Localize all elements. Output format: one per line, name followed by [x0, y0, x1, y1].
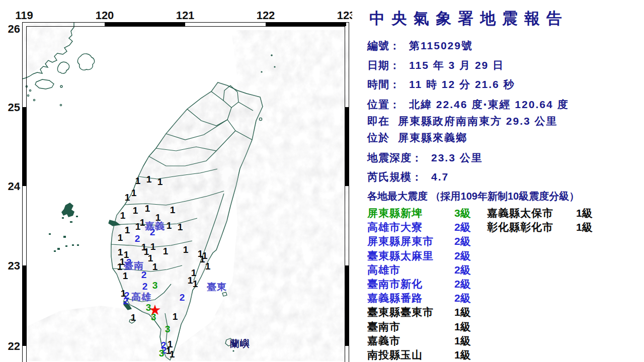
intensity-marker: 1 — [125, 225, 130, 235]
map-place-label: 嘉義 — [145, 221, 165, 231]
intensity-marker: 1 — [183, 244, 189, 255]
field-label: 地震深度： — [367, 152, 423, 163]
intensity-marker: 2 — [135, 233, 140, 244]
intensity-marker: 1 — [145, 203, 150, 214]
map-place-label: 臺南 — [124, 260, 144, 271]
epicenter-star: ★ — [148, 302, 161, 318]
lon-tick-label: 123 — [337, 9, 352, 22]
report-field-row: 地震深度：23.3 公里 — [367, 151, 483, 165]
map-place-label: 高雄 — [131, 292, 151, 302]
map-canvas: 1191201211221232625242322 11111111111111… — [0, 0, 352, 362]
field-label: 芮氏規模： — [367, 171, 423, 183]
intensity-place: 臺南市新化 — [367, 277, 423, 291]
field-value: 115 年 3 月 29 日 — [409, 59, 504, 71]
field-value: 第115029號 — [409, 40, 473, 51]
lon-tick-label: 120 — [96, 9, 114, 22]
intensity-marker: 1 — [150, 241, 156, 252]
intensity-level: 1級 — [454, 320, 471, 334]
intensity-marker: 1 — [123, 270, 128, 281]
lat-tick-label: 23 — [8, 259, 20, 272]
intensity-level: 2級 — [454, 220, 471, 234]
intensity-marker: 1 — [131, 188, 137, 198]
report-field-row: 位置：北緯 22.46 度‧東經 120.64 度 — [367, 98, 569, 112]
lat-tick-label: 26 — [8, 23, 20, 35]
intensity-marker: 1 — [193, 279, 198, 289]
intensity-place: 臺東縣臺東市 — [367, 305, 434, 319]
intensity-place: 高雄市 — [367, 263, 400, 277]
intensity-place: 嘉義市 — [367, 334, 400, 348]
field-value: 屏東縣來義鄉 — [398, 132, 467, 143]
map-place-label: 臺東 — [207, 282, 227, 292]
lon-tick-label: 122 — [257, 9, 275, 22]
intensity-place: 高雄市大寮 — [367, 220, 423, 234]
intensity-place: 南投縣玉山 — [367, 348, 423, 362]
intensity-level: 1級 — [454, 305, 471, 319]
intensity-level: 1級 — [454, 348, 471, 362]
intensity-marker: 1 — [200, 254, 205, 264]
intensity-header: 各地最大震度 （採用109年新制10級震度分級） — [367, 190, 579, 203]
field-label: 日期： — [367, 59, 400, 71]
intensity-marker: 2 — [123, 296, 129, 306]
intensity-marker: 1 — [205, 261, 211, 272]
field-value: 11 時 12 分 21.6 秒 — [409, 78, 515, 90]
report-field-row: 時間：11 時 12 分 21.6 秒 — [367, 77, 515, 92]
intensity-marker: 1 — [152, 261, 158, 272]
earthquake-report-page: { "report": { "title": "中央氣象署地震報告", "fie… — [0, 0, 644, 362]
taiwan-intensity-map: 1191201211221232625242322 11111111111111… — [0, 0, 352, 362]
intensity-marker: 1 — [178, 222, 183, 232]
intensity-place: 臺南市 — [367, 320, 400, 334]
field-label: 時間： — [367, 78, 400, 90]
intensity-level: 3級 — [454, 206, 471, 220]
intensity-marker: 1 — [167, 220, 172, 231]
field-label: 即在 — [367, 115, 389, 127]
report-field-row: 日期：115 年 3 月 29 日 — [367, 58, 504, 72]
intensity-place: 嘉義縣太保市 — [487, 206, 553, 220]
intensity-marker: 1 — [133, 205, 138, 216]
intensity-level: 1級 — [454, 334, 471, 348]
field-label: 位於 — [367, 132, 389, 143]
intensity-marker: 1 — [117, 261, 123, 272]
intensity-marker: 1 — [170, 349, 175, 359]
intensity-place: 嘉義縣番路 — [367, 291, 423, 305]
report-field-row: 即在屏東縣政府南南東方 29.3 公里 — [367, 114, 558, 128]
intensity-level: 2級 — [454, 263, 471, 277]
intensity-marker: 1 — [163, 246, 169, 256]
intensity-marker: 1 — [118, 247, 123, 257]
intensity-level: 1級 — [576, 206, 593, 220]
intensity-marker: 1 — [131, 312, 136, 323]
intensity-marker: 1 — [135, 175, 141, 186]
intensity-marker: 3 — [165, 324, 171, 334]
intensity-place: 臺東縣太麻里 — [367, 249, 434, 263]
intensity-marker: 2 — [141, 269, 147, 280]
intensity-level: 1級 — [576, 220, 593, 234]
field-label: 編號： — [367, 40, 400, 51]
intensity-marker: 1 — [173, 311, 178, 322]
report-panel: 中央氣象署地震報告 編號：第115029號日期：115 年 3 月 29 日時間… — [358, 0, 644, 362]
report-field-row: 位於屏東縣來義鄉 — [367, 131, 467, 145]
intensity-marker: 3 — [159, 348, 165, 358]
field-value: 4.7 — [431, 171, 449, 183]
intensity-marker: 1 — [125, 192, 130, 203]
intensity-marker: 2 — [142, 281, 148, 292]
intensity-marker: 1 — [118, 232, 123, 243]
intensity-level: 2級 — [454, 249, 471, 263]
field-value: 屏東縣政府南南東方 29.3 公里 — [398, 115, 558, 127]
intensity-place: 彰化縣彰化市 — [487, 220, 553, 234]
lon-tick-label: 119 — [15, 9, 33, 22]
intensity-marker: 1 — [170, 205, 176, 215]
lat-tick-label: 22 — [8, 340, 20, 352]
intensity-marker: 2 — [180, 292, 185, 303]
intensity-level: 2級 — [454, 291, 471, 305]
report-title: 中央氣象署地震報告 — [369, 8, 569, 29]
lat-tick-label: 25 — [8, 101, 20, 114]
intensity-place: 屏東縣新埤 — [367, 206, 423, 220]
field-value: 23.3 公里 — [431, 152, 483, 163]
intensity-level: 2級 — [454, 234, 471, 248]
lat-tick-label: 24 — [8, 180, 21, 193]
intensity-place: 屏東縣屏東市 — [367, 234, 434, 248]
intensity-marker: 1 — [157, 176, 163, 187]
field-label: 位置： — [367, 99, 400, 110]
map-place-label: 蘭嶼 — [229, 338, 250, 349]
intensity-level: 2級 — [454, 277, 471, 291]
lon-tick-label: 121 — [176, 9, 195, 22]
